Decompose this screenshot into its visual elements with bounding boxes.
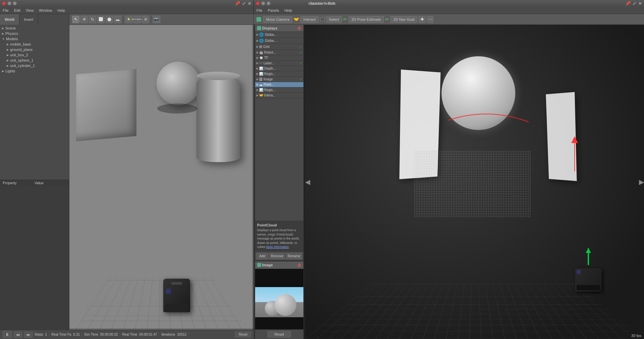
interact-btn[interactable]: Interact [300,16,319,23]
rviz-close-icon[interactable]: ✕ [638,1,642,6]
display-item-reg2[interactable]: ▶ 📊 Regis... ✓ [255,87,303,93]
sphere-tool[interactable]: ⬤ [106,16,113,23]
resize-handle-v[interactable] [252,25,253,339]
display-item-image[interactable]: ▶ 🖼 Image ✓ [255,77,303,82]
tree-item-unitsphere[interactable]: ▶ unit_sphere_1 [0,58,69,63]
tool-options-icon[interactable]: ⋯ [427,16,433,23]
gazebo-menu-view[interactable]: View [23,8,37,13]
gazebo-reset-btn[interactable]: Reset [235,332,251,337]
rviz-min-btn[interactable] [261,1,265,5]
gazebo-max-btn[interactable] [13,1,17,5]
move-camera-btn[interactable]: Move Camera [263,16,292,23]
tree-item-physics[interactable]: ▶ Physics [0,31,69,36]
light-spot-tool[interactable]: ⊘ [142,16,149,23]
display-item-tf[interactable]: ▶ 🔲 TF ✓ [255,55,303,61]
gazebo-menu-file[interactable]: File [0,8,11,13]
gazebo-menu-window[interactable]: Window [36,8,55,13]
more-info-link[interactable]: More Information [266,245,289,249]
image-panel-close[interactable]: ⊗ [297,262,301,268]
rotate-tool[interactable]: ↻ [89,16,96,23]
tree-item-unitbox[interactable]: ▶ unit_box_2 [0,52,69,58]
display-item-grid[interactable]: ▶ ⊞ Grid ✓ [255,44,303,50]
step-fwd-btn[interactable]: ⏭ [24,332,33,338]
gazebo-close-btn[interactable] [2,1,6,5]
image-panel-icon [257,263,261,267]
display-item-laser[interactable]: ▶ 〰 Laser... ✓ [255,61,303,66]
tab-insert[interactable]: Insert [19,14,39,25]
arrow-grid: ▶ [256,45,258,48]
arrow-mobile: ▶ [7,43,9,46]
cube-object [76,69,136,141]
tree-item-ground[interactable]: ▶ ground_plane [0,47,69,52]
rviz-pin-icon[interactable]: 📌 [625,1,631,6]
check-interact: ✓ [299,93,302,97]
light-point-tool[interactable]: ☀ [125,16,132,23]
camera-tool[interactable]: 📷 [153,16,160,23]
cylinder-top [196,72,240,80]
select-checkbox[interactable] [320,17,325,21]
displays-close-btn[interactable]: ⊗ [297,26,301,30]
arrow-unitbox: ▶ [7,54,9,57]
display-item-depth[interactable]: ▶ 📊 Depth... ✓ [255,66,303,71]
value-col: Value [35,181,66,185]
property-col: Property [3,181,35,185]
rviz-external-icon[interactable]: ⤢ [633,1,636,6]
simtime-value: 00:00:00:32 [100,333,118,336]
pause-btn[interactable]: ⏸ [3,331,12,338]
move-tool[interactable]: ✛ [80,16,88,23]
display-item-global2[interactable]: ▶ 🌐 Globa... ✓ [255,38,303,44]
cylinder-tool[interactable]: ▬ [114,16,121,23]
box-tool[interactable]: ⬜ [97,16,105,23]
svg-marker-1 [571,136,578,143]
gazebo-close-icon[interactable]: ✕ [248,1,251,6]
rviz-right-arrow[interactable]: ▶ [639,178,644,186]
check-grid: ✓ [299,45,302,49]
rviz-left-arrow[interactable]: ◀ [305,178,310,186]
rviz-menu-file[interactable]: File [254,8,265,13]
cursor-tool[interactable]: ↖ [72,16,79,23]
status-sep2 [82,332,82,337]
nav-goal-btn[interactable]: 2D Nav Goal [390,16,417,23]
display-item-pointcloud[interactable]: ▶ ☁ Point... ✓ [255,82,303,87]
reset-area: Reset [255,329,303,339]
property-area [0,186,69,339]
preview-sphere2 [275,294,296,316]
arrow-image: ▶ [256,78,258,81]
gazebo-viewport[interactable] [69,25,254,339]
tree-item-models[interactable]: ▼ Models [0,36,69,42]
add-display-btn[interactable]: Add [256,253,268,259]
step-back-btn[interactable]: ⏮ [14,332,22,338]
display-item-reg1[interactable]: ▶ 📊 Regis... ✓ [255,71,303,77]
gazebo-menu-edit[interactable]: Edit [11,8,23,13]
gazebo-menu-help[interactable]: Help [55,8,68,13]
tree-item-unitcylinder[interactable]: ▶ unit_cylinder_1 [0,63,69,68]
gazebo-external-icon[interactable]: ⤢ [242,1,246,6]
tree-item-lights[interactable]: ▶ Lights [0,68,69,74]
tree-item-mobile-base[interactable]: ▶ mobile_base [0,42,69,47]
display-item-interactive[interactable]: ▶ 🤝 Intera... ✓ [255,93,303,98]
tree-item-scene[interactable]: ▶ Scene [0,25,69,31]
gazebo-min-btn[interactable] [7,1,11,5]
reset-btn[interactable]: Reset [268,331,291,338]
rviz-max-btn[interactable] [267,1,271,5]
rviz-close-btn[interactable] [256,1,260,5]
rename-display-btn[interactable]: Rename [286,253,302,259]
display-item-robot[interactable]: ▶ 🤖 Robot... ✓ [255,50,303,55]
pose-estimate-btn[interactable]: 2D Pose Estimate [348,16,384,23]
rviz-viewport[interactable]: ◀ ▶ 30 fps [305,25,644,339]
property-header: Property Value [0,180,69,186]
display-item-global1[interactable]: ▶ 🌐 Globa... ✓ [255,32,303,38]
nav-goal-icon: ✏ [385,17,389,22]
fps-counter: 30 fps [631,334,641,338]
gazebo-menu-bar: File Edit View Window Help [0,7,254,14]
remove-display-btn[interactable]: Remove [269,253,285,259]
add-tool-icon[interactable]: ✚ [419,16,425,23]
realtime-value: 0.31 [73,333,80,336]
light-dir-tool[interactable]: ⟵⟵ [133,16,141,23]
select-btn[interactable]: Select [326,16,342,23]
rviz-menu-help[interactable]: Help [282,8,295,13]
gazebo-pin-icon[interactable]: 📌 [235,1,240,6]
rviz-menu-panels[interactable]: Panels [265,8,282,13]
arrow-scene: ▶ [2,27,4,30]
tab-world[interactable]: World [0,14,19,25]
